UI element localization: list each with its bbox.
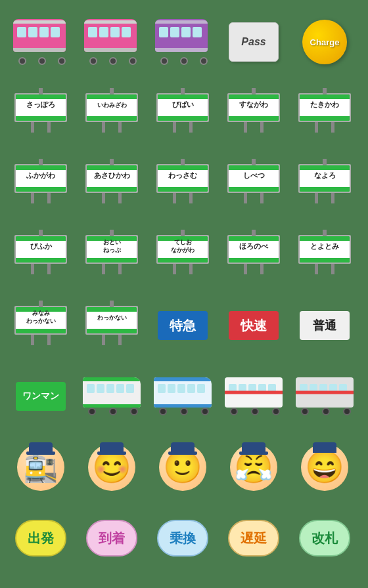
action-delay[interactable]: 遅延 (222, 509, 285, 567)
sign-text-wassamu: わっさむ (168, 171, 197, 180)
master-angry[interactable]: 😤 (222, 438, 285, 496)
sign-text-bifuka: びふか (30, 242, 52, 251)
action-text-transfer: 乗換 (170, 530, 196, 547)
train-green-stripe[interactable] (80, 368, 143, 425)
action-transfer[interactable]: 乗換 (151, 509, 214, 567)
oneman-sign[interactable]: ワンマン (9, 368, 72, 425)
master1-emoji: 🚉 (24, 452, 58, 484)
charge-btn-inner: Charge (302, 20, 347, 64)
badge-text-tokkyu: 特急 (170, 317, 196, 335)
train-gray-red[interactable] (293, 368, 356, 425)
train-purple[interactable] (151, 13, 214, 71)
station-iwamizawa[interactable]: いわみざわ (80, 84, 143, 142)
action-text-arrive: 到着 (99, 530, 125, 547)
station-bifuka[interactable]: びふか (9, 226, 72, 284)
train-blue-stripe[interactable] (151, 368, 214, 425)
sign-text-otoineuppu: おといねっぷ (103, 239, 121, 254)
station-takikawa[interactable]: たきかわ (293, 84, 356, 142)
station-shibetsu[interactable]: しべつ (222, 155, 285, 213)
station-fukagawa[interactable]: ふかがわ (9, 155, 72, 213)
train-pink-1[interactable] (9, 13, 72, 71)
sign-text-fukagawa: ふかがわ (26, 171, 55, 180)
station-otoineuppu[interactable]: おといねっぷ (80, 226, 143, 284)
master5-emoji: 😄 (305, 449, 344, 486)
badge-text-kaisoku: 快速 (241, 317, 267, 335)
action-text-delay: 遅延 (241, 530, 267, 547)
sign-text-wakkanai: わっかない (97, 314, 127, 322)
sign-text-nayoro: なよろ (314, 171, 336, 180)
master-1[interactable]: 🚉 (9, 438, 72, 496)
station-sunagawa[interactable]: すながわ (222, 84, 285, 142)
badge-futsuu[interactable]: 普通 (293, 297, 356, 354)
station-minamiwakkanai[interactable]: みなみわっかない (9, 297, 72, 354)
action-text-depart: 出発 (28, 530, 54, 547)
station-sapporo[interactable]: さっぽろ (9, 84, 72, 142)
oneman-text: ワンマン (22, 390, 59, 402)
action-arrival[interactable]: 到着 (80, 509, 143, 567)
train-red-stripe[interactable] (222, 368, 285, 425)
badge-tokkyu[interactable]: 特急 (151, 297, 214, 354)
action-text-gate: 改札 (311, 530, 338, 547)
pass-text: Pass (241, 36, 265, 48)
charge-text: Charge (310, 37, 340, 47)
pass-card-inner: Pass (229, 22, 279, 62)
sign-text-teshio: てしおなかがわ (171, 239, 195, 254)
sign-text-toyotomi: とよとみ (310, 242, 339, 251)
action-gate[interactable]: 改札 (293, 509, 356, 567)
station-nayoro[interactable]: なよろ (293, 155, 356, 213)
emoji-grid: Pass Charge さっぽろ いわみざわ (7, 7, 361, 581)
sign-text-horonobe: ほろのべ (239, 242, 268, 251)
sign-text-sunagawa: すながわ (239, 100, 268, 109)
station-asahikawa[interactable]: あさひかわ (80, 155, 143, 213)
sign-text-asahikawa: あさひかわ (94, 171, 130, 180)
master-2[interactable]: 😊 (80, 438, 143, 496)
sign-text-bibai: びばい (172, 100, 194, 109)
station-bibai[interactable]: びばい (151, 84, 214, 142)
badge-text-futsuu: 普通 (313, 318, 336, 333)
sign-text-shibetsu: しべつ (243, 171, 265, 180)
sign-text-sapporo: さっぽろ (26, 100, 55, 109)
badge-kaisoku[interactable]: 快速 (222, 297, 285, 354)
station-horonobe[interactable]: ほろのべ (222, 226, 285, 284)
sign-text-minami: みなみわっかない (26, 310, 56, 325)
station-toyotomi[interactable]: とよとみ (293, 226, 356, 284)
master-happy[interactable]: 😄 (293, 438, 356, 496)
master-3[interactable]: 🙂 (151, 438, 214, 496)
train-pink-2[interactable] (80, 13, 143, 71)
station-wakkanai[interactable]: わっかない (80, 297, 143, 354)
station-wassamu[interactable]: わっさむ (151, 155, 214, 213)
pass-card[interactable]: Pass (222, 13, 285, 71)
charge-button[interactable]: Charge (293, 13, 356, 71)
action-departure[interactable]: 出発 (9, 509, 72, 567)
sign-text-iwamizawa: いわみざわ (97, 102, 127, 109)
sign-text-takikawa: たきかわ (310, 100, 339, 109)
station-teshionakagawa[interactable]: てしおなかがわ (151, 226, 214, 284)
